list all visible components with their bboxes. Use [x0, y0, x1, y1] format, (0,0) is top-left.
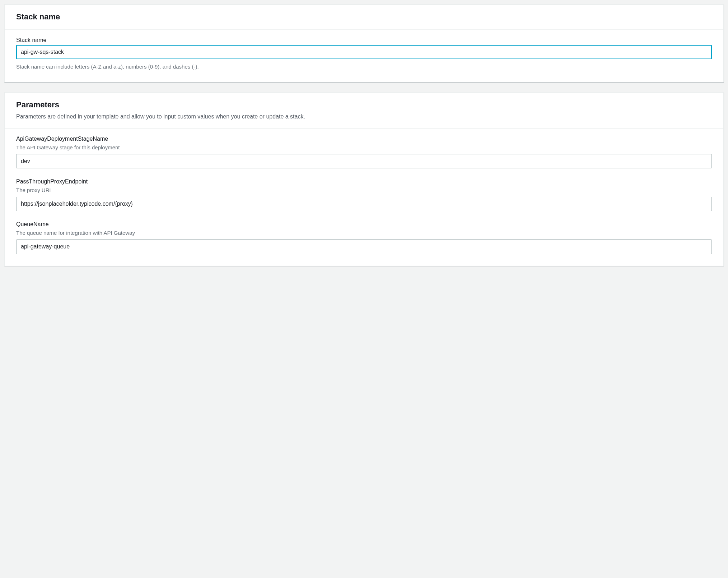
proxy-endpoint-input[interactable] [16, 197, 712, 211]
parameters-panel-subtitle: Parameters are defined in your template … [16, 112, 712, 121]
parameters-panel: Parameters Parameters are defined in you… [4, 92, 724, 266]
stack-name-label: Stack name [16, 37, 712, 43]
proxy-endpoint-description: The proxy URL [16, 186, 712, 194]
stack-name-panel-body: Stack name Stack name can include letter… [5, 30, 723, 82]
api-gateway-stage-input[interactable] [16, 154, 712, 168]
parameters-panel-header: Parameters Parameters are defined in you… [5, 93, 723, 129]
stack-name-panel-header: Stack name [5, 5, 723, 30]
queue-name-form-group: QueueName The queue name for integration… [16, 221, 712, 254]
api-gateway-stage-form-group: ApiGatewayDeploymentStageName The API Ga… [16, 136, 712, 168]
queue-name-description: The queue name for integration with API … [16, 229, 712, 237]
stack-name-panel: Stack name Stack name Stack name can inc… [4, 4, 724, 82]
stack-name-panel-title: Stack name [16, 12, 712, 22]
api-gateway-stage-description: The API Gateway stage for this deploymen… [16, 144, 712, 151]
queue-name-label: QueueName [16, 221, 712, 228]
proxy-endpoint-form-group: PassThroughProxyEndpoint The proxy URL [16, 178, 712, 211]
api-gateway-stage-label: ApiGatewayDeploymentStageName [16, 136, 712, 142]
proxy-endpoint-label: PassThroughProxyEndpoint [16, 178, 712, 185]
stack-name-form-group: Stack name Stack name can include letter… [16, 37, 712, 70]
parameters-panel-title: Parameters [16, 100, 712, 110]
queue-name-input[interactable] [16, 239, 712, 254]
parameters-panel-body: ApiGatewayDeploymentStageName The API Ga… [5, 129, 723, 266]
stack-name-input[interactable] [16, 45, 712, 59]
stack-name-help-text: Stack name can include letters (A-Z and … [16, 63, 712, 70]
